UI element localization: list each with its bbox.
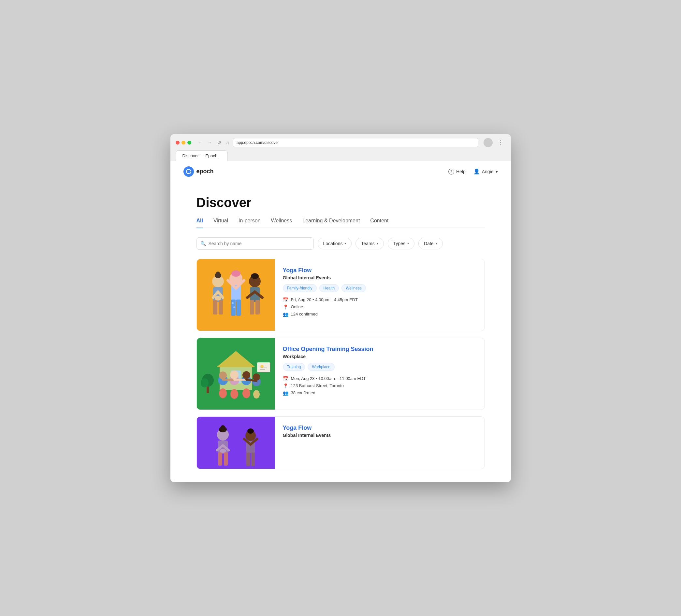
event-location: Online [291, 304, 303, 309]
user-button[interactable]: 👤 Angie ▾ [474, 168, 498, 175]
tab-content[interactable]: Content [370, 218, 388, 227]
event-tags: Training Workplace [283, 363, 477, 371]
calendar-icon: 📅 [283, 376, 288, 381]
logo-icon [183, 166, 194, 177]
events-list: Yoga Flow Global Internal Events Family-… [197, 259, 485, 469]
svg-rect-9 [213, 300, 217, 315]
event-title[interactable]: Office Opening Training Session [283, 346, 477, 353]
svg-point-63 [220, 449, 226, 453]
event-org: Global Internal Events [283, 433, 477, 438]
forward-button[interactable]: → [206, 139, 213, 146]
traffic-lights [176, 141, 191, 144]
event-location: 123 Bathurst Street, Toronto [291, 383, 344, 388]
search-icon: 🔍 [200, 241, 206, 246]
svg-rect-52 [257, 363, 270, 372]
people-icon: 👥 [283, 312, 288, 317]
svg-point-53 [260, 365, 263, 368]
reload-button[interactable]: ↺ [216, 139, 223, 146]
svg-rect-20 [236, 299, 241, 316]
tag-family-friendly: Family-friendly [283, 284, 317, 292]
event-org: Workplace [283, 354, 477, 359]
tab-wellness[interactable]: Wellness [271, 218, 292, 227]
svg-point-38 [219, 372, 227, 379]
app-content: epoch ? Help 👤 Angie ▾ Discover All Vir [170, 161, 511, 482]
event-date-row: 📅 Mon, Aug 23 • 10:00am – 11:00am EDT [283, 376, 477, 381]
event-org: Global Internal Events [283, 275, 477, 280]
home-button[interactable]: ⌂ [225, 139, 230, 146]
date-label: Date [424, 241, 434, 246]
event-image-office [197, 338, 275, 409]
logo: epoch [183, 166, 214, 177]
svg-point-48 [219, 389, 227, 398]
svg-point-13 [215, 296, 221, 300]
types-filter[interactable]: Types ▾ [388, 238, 414, 249]
search-input[interactable] [197, 237, 314, 250]
browser-tab[interactable]: Discover — Epoch [176, 151, 228, 161]
event-card: Office Opening Training Session Workplac… [197, 338, 485, 410]
svg-point-50 [243, 389, 250, 398]
maximize-button[interactable] [187, 141, 191, 144]
event-card: Yoga Flow Global Internal Events Family-… [197, 259, 485, 331]
close-button[interactable] [176, 141, 179, 144]
help-circle-icon: ? [448, 169, 454, 175]
tab-bar: Discover — Epoch [176, 151, 506, 161]
locations-label: Locations [323, 241, 343, 246]
people-icon: 👥 [283, 391, 288, 396]
svg-point-44 [253, 373, 260, 381]
event-details: Yoga Flow Global Internal Events [275, 417, 484, 469]
event-title[interactable]: Yoga Flow [283, 425, 477, 431]
calendar-icon: 📅 [283, 297, 288, 302]
browser-menu-button[interactable]: ⋮ [495, 138, 506, 147]
event-attendees-row: 👥 38 confirmed [283, 391, 477, 396]
svg-line-47 [246, 380, 256, 381]
pin-icon: 📍 [283, 304, 288, 310]
event-image-yoga [197, 259, 275, 331]
tab-all[interactable]: All [197, 218, 203, 227]
user-icon: 👤 [474, 168, 480, 175]
search-wrapper: 🔍 [197, 237, 314, 250]
user-name: Angie [482, 169, 494, 174]
svg-rect-64 [218, 453, 222, 465]
browser-controls: ← → ↺ ⌂ ⋮ [176, 138, 506, 147]
tag-health: Health [319, 284, 339, 292]
minimize-button[interactable] [181, 141, 185, 144]
browser-chrome: ← → ↺ ⌂ ⋮ Discover — Epoch [170, 134, 511, 161]
event-location-row: 📍 123 Bathurst Street, Toronto [283, 383, 477, 389]
svg-rect-65 [224, 453, 228, 465]
tab-in-person[interactable]: In-person [238, 218, 261, 227]
event-location-row: 📍 Online [283, 304, 477, 310]
teams-filter[interactable]: Teams ▾ [355, 238, 383, 249]
event-meta: 📅 Fri, Aug 20 • 4:00pm – 4:45pm EDT 📍 On… [283, 297, 477, 317]
tab-learning[interactable]: Learning & Development [302, 218, 360, 227]
svg-rect-26 [250, 300, 254, 315]
event-tags: Family-friendly Health Wellness [283, 284, 477, 292]
event-date: Mon, Aug 23 • 10:00am – 11:00am EDT [291, 376, 366, 381]
svg-rect-56 [197, 417, 275, 469]
date-filter[interactable]: Date ▾ [419, 238, 443, 249]
top-nav: epoch ? Help 👤 Angie ▾ [170, 161, 511, 182]
tag-workplace: Workplace [308, 363, 334, 371]
back-button[interactable]: ← [197, 139, 204, 146]
tab-virtual[interactable]: Virtual [213, 218, 228, 227]
svg-point-59 [221, 425, 225, 430]
event-details: Office Opening Training Session Workplac… [275, 338, 484, 409]
address-bar-wrapper [233, 138, 478, 147]
svg-point-51 [253, 390, 260, 399]
main-content: Discover All Virtual In-person Wellness … [170, 182, 511, 482]
event-meta: 📅 Mon, Aug 23 • 10:00am – 11:00am EDT 📍 … [283, 376, 477, 396]
event-image-yoga2 [197, 417, 275, 469]
svg-point-24 [251, 273, 259, 279]
tag-wellness: Wellness [342, 284, 365, 292]
help-button[interactable]: ? Help [448, 169, 465, 175]
event-title[interactable]: Yoga Flow [283, 267, 477, 274]
locations-filter[interactable]: Locations ▾ [318, 238, 352, 249]
svg-point-36 [201, 378, 208, 387]
svg-point-42 [243, 371, 250, 379]
types-label: Types [393, 241, 405, 246]
address-bar[interactable] [233, 138, 478, 147]
page-title: Discover [197, 195, 485, 210]
svg-rect-71 [246, 453, 250, 466]
user-chevron-icon: ▾ [496, 169, 498, 174]
svg-point-19 [233, 306, 235, 308]
help-label: Help [456, 169, 465, 174]
